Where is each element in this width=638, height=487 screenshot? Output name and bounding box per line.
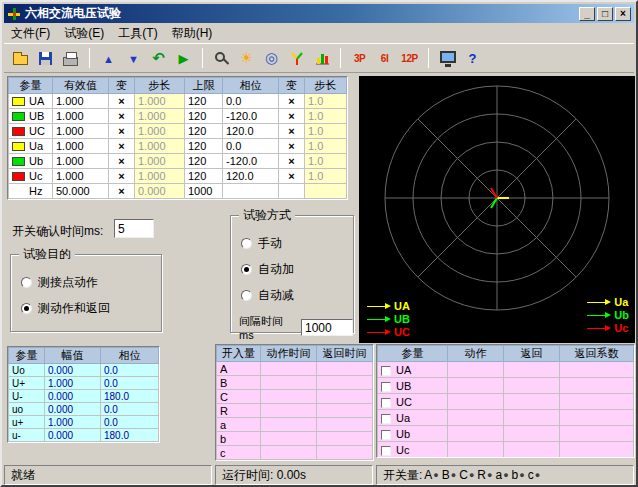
open-button[interactable]	[8, 47, 33, 70]
limit-cell[interactable]: 120	[185, 154, 223, 169]
interval-input[interactable]	[301, 319, 353, 336]
phase-cell[interactable]: -120.0	[223, 109, 279, 124]
title-bar[interactable]: 六相交流电压试验 _ □ ×	[4, 4, 634, 23]
limit-cell[interactable]: 120	[185, 169, 223, 184]
six-current-button[interactable]: 6I	[372, 47, 397, 70]
step-cell[interactable]: 1.000	[135, 109, 185, 124]
vector-diagram-button[interactable]	[284, 47, 309, 70]
phase-cell[interactable]: -120.0	[223, 154, 279, 169]
vary-toggle-cell[interactable]: ×	[279, 94, 305, 109]
row-checkbox[interactable]	[381, 398, 391, 408]
three-phase-button[interactable]: 3P	[347, 47, 372, 70]
seq-amplitude-cell: 1.000	[45, 416, 101, 429]
vary-toggle-cell[interactable]	[279, 184, 305, 199]
vary-toggle-cell[interactable]: ×	[279, 154, 305, 169]
step-cell[interactable]	[305, 184, 347, 199]
return-time-cell	[317, 404, 373, 418]
menu-item[interactable]: 试验(E)	[57, 23, 111, 44]
vary-toggle-cell[interactable]: ×	[279, 139, 305, 154]
row-checkbox[interactable]	[381, 382, 391, 392]
value-cell[interactable]: 1.000	[53, 124, 109, 139]
menu-item[interactable]: 工具(T)	[111, 23, 164, 44]
switch-letter: c	[528, 468, 534, 482]
row-checkbox[interactable]	[381, 414, 391, 424]
minimize-button[interactable]: _	[579, 7, 595, 21]
monitor-button[interactable]	[435, 47, 460, 70]
vary-toggle-cell[interactable]: ×	[109, 109, 135, 124]
rings-button[interactable]	[259, 47, 284, 70]
switch-confirm-input[interactable]	[114, 219, 154, 238]
brightness-button[interactable]	[234, 47, 259, 70]
save-button[interactable]	[33, 47, 58, 70]
twelve-phase-button[interactable]: 12P	[397, 47, 422, 70]
maximize-button[interactable]: □	[597, 7, 613, 21]
phase-cell[interactable]: 120.0	[223, 124, 279, 139]
mode-radio-option[interactable]: 自动减	[241, 287, 353, 304]
step-cell[interactable]: 1.000	[135, 124, 185, 139]
limit-cell[interactable]: 120	[185, 139, 223, 154]
table-row: R	[217, 404, 373, 418]
close-button[interactable]: ×	[615, 7, 631, 21]
value-cell[interactable]: 50.000	[53, 184, 109, 199]
phase-cell[interactable]: 120.0	[223, 169, 279, 184]
color-swatch	[12, 97, 25, 106]
row-checkbox[interactable]	[381, 430, 391, 440]
step-cell[interactable]: 1.0	[305, 94, 347, 109]
step-cell[interactable]: 1.000	[135, 169, 185, 184]
reset-button[interactable]	[146, 47, 171, 70]
play-icon	[179, 49, 189, 67]
step-cell[interactable]: 1.0	[305, 169, 347, 184]
chart-button[interactable]	[309, 47, 334, 70]
param-label: Ub	[29, 155, 43, 167]
menu-item[interactable]: 文件(F)	[4, 23, 57, 44]
vary-toggle-cell[interactable]: ×	[279, 109, 305, 124]
purpose-radio-option[interactable]: 测动作和返回	[21, 300, 161, 317]
purpose-radio-option[interactable]: 测接点动作	[21, 274, 161, 291]
start-test-button[interactable]	[171, 47, 196, 70]
zoom-button[interactable]	[209, 47, 234, 70]
vary-toggle-cell[interactable]: ×	[109, 169, 135, 184]
decrease-button[interactable]	[121, 47, 146, 70]
caption-buttons: _ □ ×	[579, 7, 631, 21]
phase-cell[interactable]: 0.0	[223, 94, 279, 109]
limit-cell[interactable]: 120	[185, 94, 223, 109]
step-cell[interactable]: 1.000	[135, 154, 185, 169]
step-cell[interactable]: 1.0	[305, 139, 347, 154]
value-cell[interactable]: 1.000	[53, 94, 109, 109]
step-cell[interactable]: 1.0	[305, 154, 347, 169]
mode-radio-option[interactable]: 自动加	[241, 261, 353, 278]
increase-button[interactable]	[96, 47, 121, 70]
phase-cell[interactable]: 0.0	[223, 139, 279, 154]
step-cell[interactable]: 1.000	[135, 94, 185, 109]
seq-amplitude-cell: 0.000	[45, 364, 101, 377]
digital-input-table: 开入量动作时间返回时间 A B C R	[215, 344, 374, 461]
step-cell[interactable]: 1.0	[305, 109, 347, 124]
phase-cell[interactable]	[223, 184, 279, 199]
vary-toggle-cell[interactable]: ×	[109, 139, 135, 154]
value-cell[interactable]: 1.000	[53, 154, 109, 169]
step-cell[interactable]: 0.000	[135, 184, 185, 199]
step-cell[interactable]: 1.0	[305, 124, 347, 139]
value-cell[interactable]: 1.000	[53, 109, 109, 124]
menu-item[interactable]: 帮助(H)	[165, 23, 220, 44]
vary-toggle-cell[interactable]: ×	[279, 124, 305, 139]
limit-cell[interactable]: 1000	[185, 184, 223, 199]
vary-toggle-cell[interactable]: ×	[279, 169, 305, 184]
row-checkbox[interactable]	[381, 446, 391, 456]
step-cell[interactable]: 1.000	[135, 139, 185, 154]
vary-toggle-cell[interactable]: ×	[109, 94, 135, 109]
switch-indicator: b ●	[512, 468, 525, 482]
help-button[interactable]: ?	[460, 47, 485, 70]
limit-cell[interactable]: 120	[185, 109, 223, 124]
limit-cell[interactable]: 120	[185, 124, 223, 139]
vary-toggle-cell[interactable]: ×	[109, 124, 135, 139]
print-button[interactable]	[58, 47, 83, 70]
value-cell[interactable]: 1.000	[53, 169, 109, 184]
vary-toggle-cell[interactable]: ×	[109, 184, 135, 199]
mode-radio-option[interactable]: 手动	[241, 235, 353, 252]
value-cell[interactable]: 1.000	[53, 139, 109, 154]
row-checkbox[interactable]	[381, 366, 391, 376]
param-cell: Uc	[9, 169, 53, 184]
legend-label: Ua	[614, 296, 628, 308]
vary-toggle-cell[interactable]: ×	[109, 154, 135, 169]
